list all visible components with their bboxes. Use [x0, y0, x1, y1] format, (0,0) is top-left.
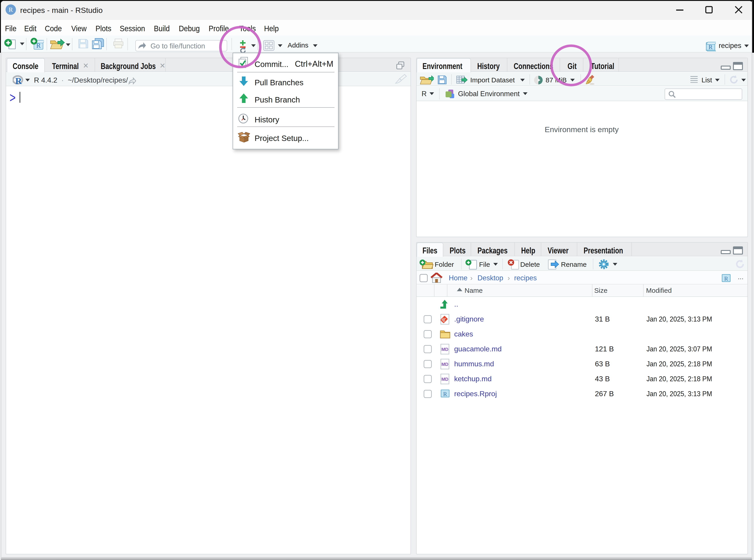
svg-text:R: R: [709, 44, 713, 51]
svg-text:R: R: [443, 391, 447, 397]
svg-text:R: R: [8, 6, 13, 13]
svg-text:R: R: [724, 275, 728, 282]
svg-text:MD: MD: [441, 347, 448, 352]
svg-text:R: R: [15, 76, 22, 86]
svg-text:MD: MD: [441, 362, 448, 367]
svg-text:MD: MD: [441, 377, 448, 382]
